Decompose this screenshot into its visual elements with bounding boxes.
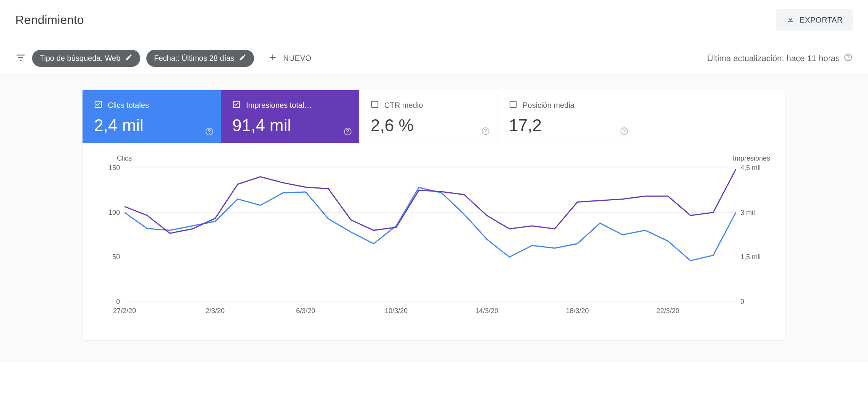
export-label: EXPORTAR (800, 16, 843, 24)
last-updated-text: Última actualización: hace 11 horas (707, 54, 840, 63)
metric-position-value: 17,2 (509, 116, 624, 135)
edit-icon (125, 54, 133, 63)
svg-rect-11 (510, 101, 517, 108)
metric-position-label: Posición media (523, 101, 575, 110)
metric-ctr-label: CTR medio (384, 101, 423, 110)
svg-text:2/3/20: 2/3/20 (206, 307, 225, 315)
performance-chart: 00501,5 mil1003 mil1504,5 mil27/2/202/3/… (98, 164, 770, 325)
svg-text:14/3/20: 14/3/20 (475, 307, 498, 315)
svg-text:50: 50 (112, 253, 120, 261)
help-icon[interactable] (481, 127, 490, 137)
help-icon[interactable] (844, 53, 853, 64)
axis-left-title: Clics (117, 154, 132, 162)
new-filter-button[interactable]: NUEVO (268, 52, 311, 64)
download-icon (786, 15, 795, 26)
new-filter-label: NUEVO (283, 54, 311, 63)
metric-impressions[interactable]: Impresiones total… 91,4 mil (221, 90, 359, 143)
chip-search-type[interactable]: Tipo de búsqueda: Web (32, 50, 140, 67)
metric-impressions-label: Impresiones total… (246, 101, 312, 110)
metric-clicks-value: 2,4 mil (94, 116, 209, 135)
svg-text:10/3/20: 10/3/20 (385, 307, 408, 315)
help-icon[interactable] (620, 127, 629, 137)
checkbox-checked-icon (94, 100, 102, 110)
checkbox-unchecked-icon (371, 100, 379, 110)
page-title: Rendimiento (15, 13, 84, 27)
page-header: Rendimiento EXPORTAR (0, 0, 868, 42)
axis-right-title: Impresiones (733, 154, 770, 162)
svg-point-13 (624, 133, 625, 133)
metric-clicks-label: Clics totales (108, 101, 149, 110)
chip-date-label: Fecha:: Últimos 28 días (154, 54, 234, 63)
svg-text:3 mil: 3 mil (740, 209, 755, 216)
chip-date-range[interactable]: Fecha:: Últimos 28 días (146, 50, 254, 67)
svg-text:100: 100 (108, 209, 120, 216)
performance-card: Clics totales 2,4 mil Impresiones total…… (83, 90, 785, 340)
chip-search-type-label: Tipo de búsqueda: Web (40, 54, 120, 63)
svg-point-1 (848, 59, 849, 60)
svg-text:6/3/20: 6/3/20 (296, 307, 315, 315)
help-icon[interactable] (343, 127, 352, 138)
last-updated: Última actualización: hace 11 horas (707, 53, 853, 64)
svg-text:18/3/20: 18/3/20 (566, 307, 589, 315)
metric-row: Clics totales 2,4 mil Impresiones total…… (83, 90, 785, 143)
svg-text:150: 150 (108, 164, 120, 172)
export-button[interactable]: EXPORTAR (776, 9, 853, 31)
plus-icon (268, 52, 278, 64)
metric-clicks[interactable]: Clics totales 2,4 mil (83, 90, 221, 143)
svg-text:0: 0 (116, 298, 120, 306)
metric-position[interactable]: Posición media 17,2 (497, 90, 636, 143)
svg-text:1,5 mil: 1,5 mil (740, 253, 761, 261)
metric-ctr[interactable]: CTR medio 2,6 % (359, 90, 497, 143)
checkbox-unchecked-icon (509, 100, 517, 110)
svg-rect-8 (372, 101, 378, 108)
svg-point-4 (209, 133, 210, 134)
svg-text:0: 0 (740, 298, 744, 306)
svg-point-10 (485, 133, 486, 133)
filter-icon[interactable] (15, 52, 26, 65)
svg-text:27/2/20: 27/2/20 (113, 307, 136, 315)
svg-text:4,5 mil: 4,5 mil (740, 164, 761, 172)
checkbox-checked-icon (232, 100, 241, 110)
metric-impressions-value: 91,4 mil (232, 116, 348, 135)
metric-ctr-value: 2,6 % (371, 116, 486, 135)
help-icon[interactable] (205, 127, 214, 138)
svg-text:22/3/20: 22/3/20 (656, 307, 679, 315)
filter-bar: Tipo de búsqueda: Web Fecha:: Últimos 28… (0, 42, 868, 75)
chart-area: Clics Impresiones 00501,5 mil1003 mil150… (83, 143, 785, 340)
edit-icon (239, 54, 246, 63)
svg-point-7 (347, 133, 348, 134)
content-area: Clics totales 2,4 mil Impresiones total…… (0, 75, 868, 363)
